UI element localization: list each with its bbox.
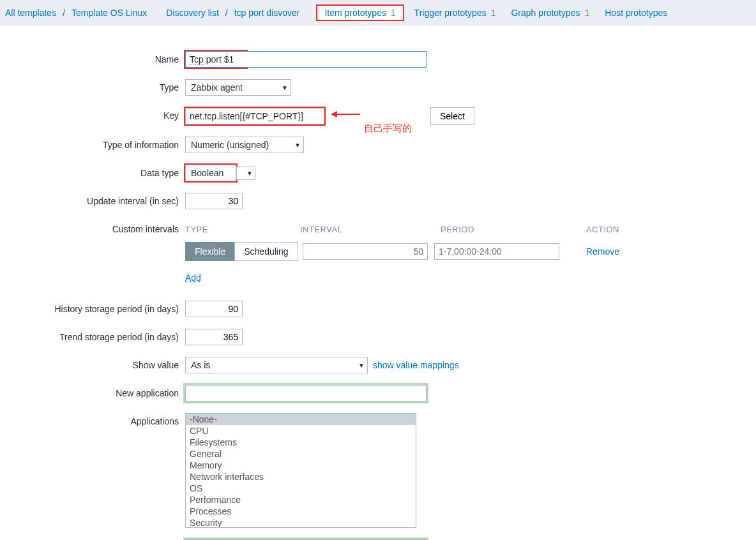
label-data-type: Data type [0, 165, 185, 178]
trend-input[interactable] [185, 329, 243, 345]
tab-count: 1 [391, 8, 396, 18]
breadcrumb-all-templates[interactable]: All templates [3, 6, 59, 19]
form-area: Name Tcp port $1 Type Zabbix agent ▼ Key… [0, 26, 756, 540]
tab-trigger-prototypes[interactable]: Trigger prototypes 1 [411, 5, 500, 20]
show-value-value: As is [191, 360, 210, 370]
intervals-panel: TYPE INTERVAL PERIOD ACTION Flexible Sch… [185, 221, 619, 283]
info-type-select[interactable]: Numeric (unsigned) ▼ [185, 137, 304, 153]
list-item[interactable]: Memory [186, 460, 416, 471]
update-interval-input[interactable] [185, 193, 243, 209]
breadcrumb-separator: / [224, 8, 229, 18]
list-item[interactable]: General [186, 448, 416, 460]
label-type: Type [0, 79, 185, 93]
chevron-down-icon: ▼ [282, 84, 288, 91]
name-text-prefix: Tcp [190, 54, 204, 65]
label-custom-intervals: Custom intervals [0, 221, 185, 234]
list-item[interactable]: -None- [186, 414, 416, 425]
breadcrumb-separator: / [61, 8, 66, 18]
show-value-select[interactable]: As is ▼ [185, 357, 368, 373]
select-button[interactable]: Select [430, 107, 474, 125]
tab-item-prototypes[interactable]: Item prototypes 1 [319, 5, 400, 20]
name-text-suffix: port $1 [204, 54, 234, 64]
label-new-app: New application [0, 385, 185, 398]
list-item[interactable]: CPU [186, 425, 416, 437]
annotation-note: 自己手写的 [364, 123, 412, 135]
type-value: Zabbix agent [191, 82, 243, 93]
tab-graph-prototypes[interactable]: Graph prototypes 1 [507, 5, 593, 20]
label-name: Name [0, 51, 185, 64]
chevron-down-icon: ▼ [358, 362, 365, 369]
info-type-value: Numeric (unsigned) [191, 140, 269, 150]
label-applications: Applications [0, 413, 185, 426]
tab-count: 1 [584, 8, 589, 18]
label-key: Key [0, 107, 185, 121]
col-period: PERIOD [441, 225, 575, 234]
type-select[interactable]: Zabbix agent ▼ [185, 79, 291, 96]
breadcrumb-discovery-list[interactable]: Discovery list [163, 6, 221, 19]
flexible-button[interactable]: Flexible [185, 242, 234, 261]
col-type: TYPE [185, 225, 300, 234]
breadcrumb-tabs-bar: All templates / Template OS Linux Discov… [0, 0, 756, 26]
history-input[interactable] [185, 301, 243, 317]
new-application-input[interactable] [185, 385, 427, 401]
interval-input[interactable] [303, 243, 428, 260]
col-action: ACTION [575, 225, 619, 234]
list-item[interactable]: Processes [186, 506, 416, 517]
label-info-type: Type of information [0, 137, 185, 150]
chevron-down-icon: ▼ [294, 142, 301, 149]
tab-count: 1 [491, 8, 496, 18]
breadcrumb-template[interactable]: Template OS Linux [69, 6, 149, 19]
add-interval-link[interactable]: Add [185, 273, 201, 283]
name-input[interactable]: Tcp port $1 [185, 51, 427, 68]
highlight-box-datatype: Boolean [185, 165, 236, 181]
breadcrumb-rule[interactable]: tcp port disvover [232, 6, 303, 19]
label-update-interval: Update interval (in sec) [0, 193, 185, 206]
label-history: History storage period (in days) [0, 301, 185, 314]
list-item[interactable]: OS [186, 483, 416, 494]
key-value: net.tcp.listen[{#TCP_PORT}] [190, 111, 303, 121]
svg-marker-1 [331, 111, 337, 117]
tab-label: Item prototypes [324, 8, 386, 18]
tab-group: Item prototypes 1 Trigger prototypes 1 G… [317, 5, 671, 20]
tab-host-prototypes[interactable]: Host prototypes [601, 5, 671, 20]
arrow-icon [331, 109, 361, 120]
list-item[interactable]: Security [186, 517, 416, 528]
key-input[interactable]: net.tcp.listen[{#TCP_PORT}] [185, 108, 324, 124]
show-value-mappings-link[interactable]: show value mappings [373, 360, 459, 370]
col-interval: INTERVAL [300, 225, 434, 234]
data-type-select[interactable]: Boolean [185, 165, 236, 181]
list-item[interactable]: Filesystems [186, 437, 416, 448]
highlight-box-item-prototypes: Item prototypes 1 [317, 6, 402, 20]
chevron-down-icon: ▼ [246, 170, 253, 177]
remove-link[interactable]: Remove [586, 246, 619, 257]
intervals-header: TYPE INTERVAL PERIOD ACTION [185, 221, 619, 242]
list-item[interactable]: Network interfaces [186, 471, 416, 483]
data-type-value: Boolean [191, 168, 223, 178]
label-trend: Trend storage period (in days) [0, 329, 185, 342]
period-input[interactable] [434, 243, 559, 260]
applications-listbox[interactable]: -None-CPUFilesystemsGeneralMemoryNetwork… [185, 413, 416, 528]
tab-label: Host prototypes [605, 8, 667, 18]
tab-label: Trigger prototypes [414, 8, 487, 18]
data-type-caret[interactable]: ▼ [236, 167, 255, 180]
interval-type-toggle: Flexible Scheduling [185, 242, 294, 261]
tab-label: Graph prototypes [511, 8, 580, 18]
scheduling-button[interactable]: Scheduling [234, 242, 298, 261]
label-show-value: Show value [0, 357, 185, 370]
list-item[interactable]: Performance [186, 494, 416, 506]
intervals-row: Flexible Scheduling Remove [185, 242, 619, 261]
